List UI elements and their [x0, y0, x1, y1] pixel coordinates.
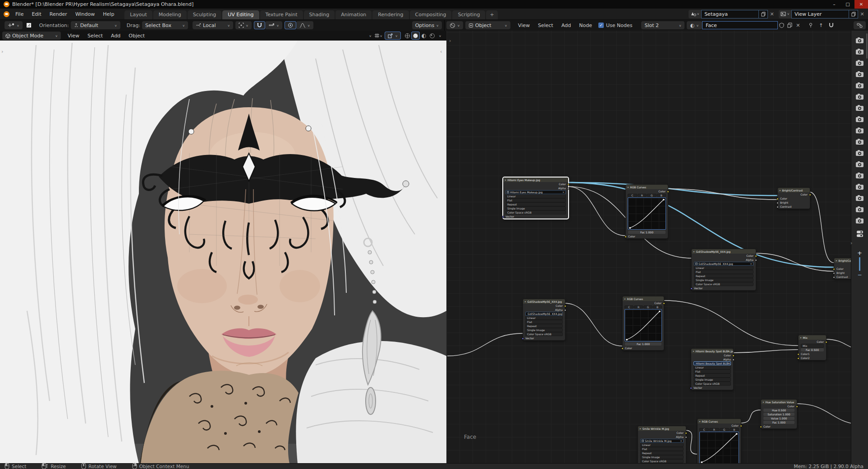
zoom-in-button[interactable]: +: [857, 250, 862, 256]
collapse-triangle-icon[interactable]: ▸: [763, 401, 764, 403]
scene-copy-button[interactable]: [759, 10, 768, 18]
node-rgb-curves-3[interactable]: ▸RGB CurvesColorCRGBFac 1.000Color: [697, 419, 741, 469]
node-enum-button[interactable]: Flat: [523, 320, 565, 324]
camera-icon[interactable]: [855, 195, 864, 203]
scene-name-field[interactable]: Setagaya: [701, 10, 759, 18]
node-enum-button[interactable]: Single Image: [691, 378, 733, 382]
socket-dot[interactable]: [567, 187, 569, 190]
socket-dot[interactable]: [809, 194, 811, 196]
viewport-menu-object[interactable]: Object: [124, 33, 149, 39]
node-rgb-curves-1[interactable]: ▸RGB CurvesColorCRGBFac 1.000Color: [625, 184, 668, 239]
node-slider[interactable]: Fac 1.000: [623, 342, 664, 346]
view-layer-icon[interactable]: ∨: [779, 10, 791, 18]
node-enum-button[interactable]: Color Space sRGB: [503, 210, 568, 214]
socket-dot[interactable]: [564, 309, 566, 311]
shading-solid-icon[interactable]: [411, 32, 420, 40]
node-title[interactable]: ▸Hue Saturation Value: [761, 400, 797, 404]
tab-compositing[interactable]: Compositing: [410, 10, 452, 19]
tab-shading[interactable]: Shading: [304, 10, 335, 19]
collapse-triangle-icon[interactable]: ▸: [800, 336, 802, 339]
camera-icon[interactable]: [855, 59, 864, 68]
node-enum-button[interactable]: Flat: [503, 198, 568, 202]
minimize-button[interactable]: –: [827, 0, 841, 9]
material-copy-button[interactable]: [786, 21, 794, 29]
snap-settings-dropdown[interactable]: ∨: [265, 21, 282, 29]
node-enum-button[interactable]: Flat: [691, 369, 733, 373]
shading-wireframe-icon[interactable]: [403, 32, 411, 40]
node-enum-button[interactable]: Linear: [638, 443, 686, 447]
socket-dot[interactable]: [667, 191, 669, 193]
camera-icon[interactable]: [855, 150, 864, 158]
node-toolbar-expand-arrow[interactable]: ›: [449, 38, 451, 44]
node-enum-button[interactable]: Color Space sRGB: [638, 459, 686, 463]
node-menu-node[interactable]: Node: [575, 23, 596, 28]
camera-icon[interactable]: [855, 116, 864, 124]
node-title[interactable]: ▸Hitomi Beauty Spot BL8A.jpg: [691, 349, 733, 353]
view-layer-copy-button[interactable]: [849, 10, 858, 18]
node-enum-button[interactable]: Color Space sRGB: [523, 332, 565, 336]
node-tex-smile-wrinkle[interactable]: ▸Smile Wrinkle M.jpgColorAlphaSmile Wrin…: [638, 426, 686, 468]
collapse-triangle-icon[interactable]: ▸: [628, 186, 629, 188]
viewport-menu-view[interactable]: View: [64, 33, 83, 39]
node-tex-shadow-1[interactable]: ▸GdiShadowMp56_XX4.jpgColorAlphaGdiShado…: [691, 249, 756, 291]
mode-dropdown[interactable]: Object Mode∨: [2, 32, 61, 40]
socket-dot[interactable]: [833, 268, 835, 270]
collapse-triangle-icon[interactable]: ▸: [699, 420, 701, 423]
tab-animation[interactable]: Animation: [335, 10, 372, 19]
viewport-render[interactable]: [0, 41, 446, 464]
node-title[interactable]: ▸Smile Wrinkle M.jpg: [638, 426, 686, 431]
node-title[interactable]: ▸RGB Curves: [626, 185, 668, 189]
node-menu-select[interactable]: Select: [534, 23, 557, 28]
collapse-triangle-icon[interactable]: ▸: [525, 300, 526, 303]
node-menu-view[interactable]: View: [514, 23, 534, 28]
editor-type-button[interactable]: ∨: [446, 21, 463, 29]
drag-dropdown[interactable]: Select Box∨: [142, 21, 188, 29]
node-enum-button[interactable]: Single Image: [523, 328, 565, 332]
transform-orientation-dropdown[interactable]: Local∨: [193, 21, 233, 29]
sidebar-expand-arrow[interactable]: ‹: [440, 49, 442, 55]
collapse-triangle-icon[interactable]: ▸: [625, 297, 626, 300]
camera-icon[interactable]: [855, 183, 864, 191]
node-enum-button[interactable]: Single Image: [692, 278, 756, 282]
node-slider[interactable]: Saturation 1.000: [761, 412, 797, 416]
view-layer-field[interactable]: View Layer: [791, 10, 849, 18]
curve-widget[interactable]: [699, 432, 739, 464]
node-title[interactable]: ▸RGB Curves: [623, 296, 664, 301]
collapse-triangle-icon[interactable]: ▸: [505, 178, 506, 181]
proportional-falloff-dropdown[interactable]: ∨: [296, 21, 313, 29]
curve-widget[interactable]: [625, 309, 662, 342]
node-enum-button[interactable]: Repeat: [638, 451, 686, 455]
camera-icon[interactable]: [855, 93, 864, 101]
camera-icon[interactable]: [855, 217, 864, 225]
viewport-menu-select[interactable]: Select: [83, 33, 107, 39]
view-layer-unlink-button[interactable]: ✕: [858, 10, 866, 18]
node-mix-1[interactable]: ▸MixColorMixFac 0.500Color1Color2: [798, 335, 827, 360]
properties-tab-strip[interactable]: › + −: [851, 31, 868, 464]
node-slider[interactable]: Fac 0.500: [799, 348, 826, 352]
curve-channel-buttons[interactable]: CRGB: [628, 194, 666, 197]
node-enum-button[interactable]: Flat: [692, 270, 756, 274]
socket-dot[interactable]: [776, 202, 779, 204]
gizmo-dropdown[interactable]: ∨: [366, 32, 374, 40]
menu-edit[interactable]: Edit: [28, 11, 45, 17]
node-enum-button[interactable]: Linear: [523, 316, 565, 320]
use-nodes-checkbox[interactable]: ✓: [598, 23, 604, 28]
curve-widget[interactable]: [628, 197, 666, 230]
material-slot-dropdown[interactable]: Slot 2∨: [641, 21, 684, 29]
tab-layout[interactable]: Layout: [124, 10, 152, 19]
socket-dot[interactable]: [833, 272, 835, 274]
socket-dot[interactable]: [825, 341, 827, 343]
node-enum-button[interactable]: Repeat: [503, 202, 568, 206]
scene-icon[interactable]: ∨: [689, 10, 701, 18]
shading-type-dropdown[interactable]: Object∨: [465, 21, 510, 29]
node-enum-button[interactable]: Repeat: [692, 274, 756, 278]
tab-modeling[interactable]: Modeling: [153, 10, 187, 19]
node-slider[interactable]: Value 1.000: [761, 416, 797, 420]
socket-dot[interactable]: [755, 255, 757, 257]
menu-window[interactable]: Window: [71, 11, 99, 17]
proportional-editing-toggle[interactable]: [285, 21, 296, 29]
node-enum-button[interactable]: Repeat: [691, 373, 733, 378]
curve-channel-buttons[interactable]: CRGB: [699, 428, 739, 431]
socket-dot[interactable]: [740, 425, 742, 427]
socket-dot[interactable]: [690, 387, 692, 389]
